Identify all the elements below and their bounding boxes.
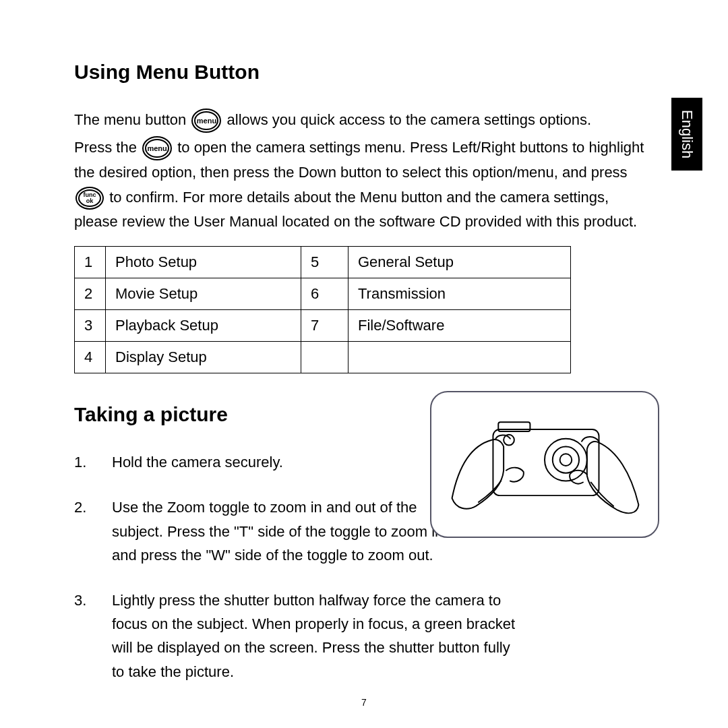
cell: Playback Setup xyxy=(106,310,301,342)
cell: Transmission xyxy=(348,278,571,310)
cell: 4 xyxy=(75,342,106,373)
text: allows you quick access to the camera se… xyxy=(227,111,592,128)
cell: Photo Setup xyxy=(106,247,301,278)
text: to confirm. For more details about the M… xyxy=(74,189,637,230)
page-number: 7 xyxy=(0,697,728,708)
list-item: 3. Lightly press the shutter button half… xyxy=(74,588,654,684)
table-row: 4 Display Setup xyxy=(75,342,571,373)
cell: 5 xyxy=(301,247,348,278)
svg-point-5 xyxy=(504,435,514,446)
cell xyxy=(348,342,571,373)
table-row: 3 Playback Setup 7 File/Software xyxy=(75,310,571,342)
heading-using-menu-button: Using Menu Button xyxy=(74,61,654,84)
cell: 1 xyxy=(75,247,106,278)
svg-point-2 xyxy=(545,439,587,481)
camera-hold-illustration xyxy=(430,391,659,538)
step-text: Lightly press the shutter button halfway… xyxy=(112,588,523,684)
menu-button-detail: Press the menu to open the camera settin… xyxy=(74,135,654,234)
menu-button-icon: menu xyxy=(191,109,221,133)
menu-options-table: 1 Photo Setup 5 General Setup 2 Movie Se… xyxy=(74,246,571,373)
table-row: 2 Movie Setup 6 Transmission xyxy=(75,278,571,310)
menu-button-intro: The menu button menu allows you quick ac… xyxy=(74,108,654,133)
cell: 2 xyxy=(75,278,106,310)
step-number: 3. xyxy=(74,588,112,684)
step-number: 1. xyxy=(74,450,112,474)
func-ok-button-icon: funcok xyxy=(75,187,104,210)
cell: 3 xyxy=(75,310,106,342)
cell: 7 xyxy=(301,310,348,342)
cell: Display Setup xyxy=(106,342,301,373)
cell: 6 xyxy=(301,278,348,310)
table-row: 1 Photo Setup 5 General Setup xyxy=(75,247,571,278)
menu-button-icon: menu xyxy=(142,136,172,160)
text: Press the xyxy=(74,139,141,156)
cell: Movie Setup xyxy=(106,278,301,310)
cell: File/Software xyxy=(348,310,571,342)
cell xyxy=(301,342,348,373)
step-number: 2. xyxy=(74,495,112,567)
cell: General Setup xyxy=(348,247,571,278)
step-text: Use the Zoom toggle to zoom in and out o… xyxy=(112,495,469,567)
text: The menu button xyxy=(74,111,190,128)
language-tab: English xyxy=(671,98,702,171)
svg-point-4 xyxy=(560,454,572,466)
svg-point-3 xyxy=(553,447,579,473)
